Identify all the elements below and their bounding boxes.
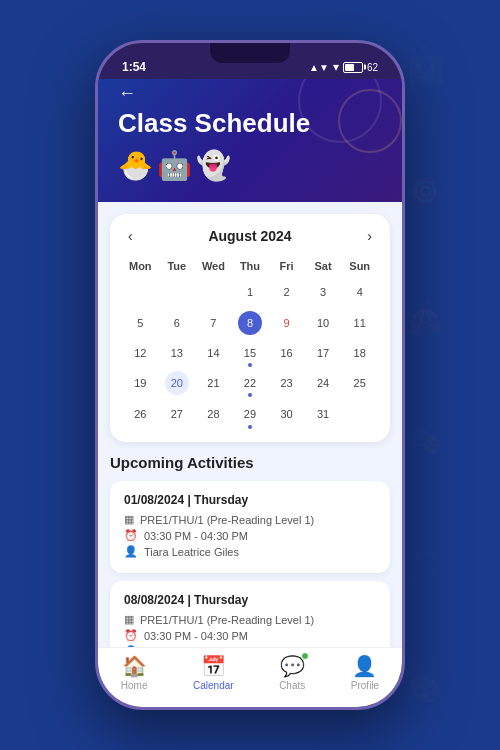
activity-class-text-2: PRE1/THU/1 (Pre-Reading Level 1) bbox=[140, 614, 314, 626]
battery-level: 62 bbox=[367, 62, 378, 73]
activities-title: Upcoming Activities bbox=[110, 454, 390, 471]
bottom-nav: 🏠 Home 📅 Calendar 💬 Chats 👤 Profile bbox=[98, 647, 402, 707]
content-area: ‹ August 2024 › Mon Tue Wed Thu Fri Sat … bbox=[98, 202, 402, 647]
cal-day[interactable] bbox=[341, 398, 378, 430]
cal-day[interactable]: 4 bbox=[341, 276, 378, 308]
phone-shell: 1:54 ▲▼ ▾ 62 ← Class Schedule 🐣 🤖 👻 ‹ Au… bbox=[95, 40, 405, 710]
cal-day[interactable]: 13 bbox=[159, 338, 196, 368]
cal-day[interactable]: 12 bbox=[122, 338, 159, 368]
activity-teacher-1: 👤 Tiara Leatrice Giles bbox=[124, 545, 376, 558]
calendar-day-headers: Mon Tue Wed Thu Fri Sat Sun bbox=[122, 256, 378, 276]
nav-profile[interactable]: 👤 Profile bbox=[351, 654, 379, 691]
class-icon-2: ▦ bbox=[124, 613, 134, 626]
calendar-week-4: 19 20 21 22 23 24 25 bbox=[122, 368, 378, 398]
nav-home[interactable]: 🏠 Home bbox=[121, 654, 148, 691]
cal-day[interactable]: 25 bbox=[341, 368, 378, 398]
cal-day[interactable]: 28 bbox=[195, 398, 232, 430]
calendar-week-2: 5 6 7 8 9 10 11 bbox=[122, 308, 378, 338]
cal-day[interactable]: 11 bbox=[341, 308, 378, 338]
cal-day[interactable]: 6 bbox=[159, 308, 196, 338]
profile-icon: 👤 bbox=[352, 654, 377, 678]
status-bar: 1:54 ▲▼ ▾ 62 bbox=[98, 43, 402, 79]
wifi-icon: ▾ bbox=[333, 60, 339, 74]
activity-card-1[interactable]: 01/08/2024 | Thursday ▦ PRE1/THU/1 (Pre-… bbox=[110, 481, 390, 573]
nav-calendar-label: Calendar bbox=[193, 680, 234, 691]
activities-section: Upcoming Activities 01/08/2024 | Thursda… bbox=[98, 442, 402, 647]
activity-card-2[interactable]: 08/08/2024 | Thursday ▦ PRE1/THU/1 (Pre-… bbox=[110, 581, 390, 647]
activity-time-text-1: 03:30 PM - 04:30 PM bbox=[144, 530, 248, 542]
cal-day[interactable]: 19 bbox=[122, 368, 159, 398]
signal-icon: ▲▼ bbox=[309, 62, 329, 73]
activity-date-2: 08/08/2024 | Thursday bbox=[124, 593, 376, 607]
cal-day[interactable]: 23 bbox=[268, 368, 305, 398]
day-header-tue: Tue bbox=[159, 256, 196, 276]
page-title: Class Schedule bbox=[118, 108, 382, 139]
status-icons: ▲▼ ▾ 62 bbox=[309, 60, 378, 74]
nav-profile-label: Profile bbox=[351, 680, 379, 691]
cal-day[interactable]: 2 bbox=[268, 276, 305, 308]
cal-day[interactable]: 17 bbox=[305, 338, 342, 368]
cal-day[interactable]: 9 bbox=[268, 308, 305, 338]
teacher-icon-1: 👤 bbox=[124, 545, 138, 558]
cal-day[interactable]: 10 bbox=[305, 308, 342, 338]
avatar-2: 🤖 bbox=[157, 149, 192, 182]
activity-class-1: ▦ PRE1/THU/1 (Pre-Reading Level 1) bbox=[124, 513, 376, 526]
cal-day[interactable]: 22 bbox=[232, 368, 269, 398]
avatar-1: 🐣 bbox=[118, 149, 153, 182]
calendar-section: ‹ August 2024 › Mon Tue Wed Thu Fri Sat … bbox=[110, 214, 390, 442]
cal-day[interactable]: 8 bbox=[232, 308, 269, 338]
cal-day[interactable]: 26 bbox=[122, 398, 159, 430]
avatar-row: 🐣 🤖 👻 bbox=[118, 149, 382, 182]
time-icon-1: ⏰ bbox=[124, 529, 138, 542]
cal-day[interactable]: 14 bbox=[195, 338, 232, 368]
cal-day[interactable] bbox=[159, 276, 196, 308]
cal-day[interactable]: 16 bbox=[268, 338, 305, 368]
cal-day[interactable] bbox=[122, 276, 159, 308]
activity-time-1: ⏰ 03:30 PM - 04:30 PM bbox=[124, 529, 376, 542]
time-icon-2: ⏰ bbox=[124, 629, 138, 642]
class-icon-1: ▦ bbox=[124, 513, 134, 526]
back-button[interactable]: ← bbox=[118, 83, 136, 104]
cal-day[interactable]: 21 bbox=[195, 368, 232, 398]
activity-teacher-text-1: Tiara Leatrice Giles bbox=[144, 546, 239, 558]
calendar-week-5: 26 27 28 29 30 31 bbox=[122, 398, 378, 430]
cal-day[interactable]: 15 bbox=[232, 338, 269, 368]
day-header-sat: Sat bbox=[305, 256, 342, 276]
status-time: 1:54 bbox=[122, 60, 146, 74]
cal-day[interactable] bbox=[195, 276, 232, 308]
cal-day[interactable]: 5 bbox=[122, 308, 159, 338]
activity-time-text-2: 03:30 PM - 04:30 PM bbox=[144, 630, 248, 642]
cal-day[interactable]: 27 bbox=[159, 398, 196, 430]
cal-day[interactable]: 7 bbox=[195, 308, 232, 338]
calendar-header: ‹ August 2024 › bbox=[122, 226, 378, 246]
activity-class-text-1: PRE1/THU/1 (Pre-Reading Level 1) bbox=[140, 514, 314, 526]
calendar-icon: 📅 bbox=[201, 654, 226, 678]
nav-chats-label: Chats bbox=[279, 680, 305, 691]
calendar-next-button[interactable]: › bbox=[361, 226, 378, 246]
notch bbox=[210, 43, 290, 63]
battery-icon bbox=[343, 62, 363, 73]
cal-day[interactable]: 31 bbox=[305, 398, 342, 430]
day-header-wed: Wed bbox=[195, 256, 232, 276]
cal-day[interactable]: 1 bbox=[232, 276, 269, 308]
nav-calendar[interactable]: 📅 Calendar bbox=[193, 654, 234, 691]
chat-badge bbox=[301, 652, 309, 660]
calendar-week-1: 1 2 3 4 bbox=[122, 276, 378, 308]
avatar-3: 👻 bbox=[196, 149, 231, 182]
cal-day[interactable]: 24 bbox=[305, 368, 342, 398]
calendar-prev-button[interactable]: ‹ bbox=[122, 226, 139, 246]
activity-date-1: 01/08/2024 | Thursday bbox=[124, 493, 376, 507]
cal-day[interactable]: 30 bbox=[268, 398, 305, 430]
cal-day[interactable]: 3 bbox=[305, 276, 342, 308]
activity-time-2: ⏰ 03:30 PM - 04:30 PM bbox=[124, 629, 376, 642]
day-header-mon: Mon bbox=[122, 256, 159, 276]
cal-day[interactable]: 20 bbox=[159, 368, 196, 398]
cal-day[interactable]: 29 bbox=[232, 398, 269, 430]
day-header-fri: Fri bbox=[268, 256, 305, 276]
day-header-thu: Thu bbox=[232, 256, 269, 276]
nav-home-label: Home bbox=[121, 680, 148, 691]
cal-day[interactable]: 18 bbox=[341, 338, 378, 368]
header: ← Class Schedule 🐣 🤖 👻 bbox=[98, 79, 402, 202]
nav-chats[interactable]: 💬 Chats bbox=[279, 654, 305, 691]
calendar-grid: Mon Tue Wed Thu Fri Sat Sun 1 bbox=[122, 256, 378, 430]
